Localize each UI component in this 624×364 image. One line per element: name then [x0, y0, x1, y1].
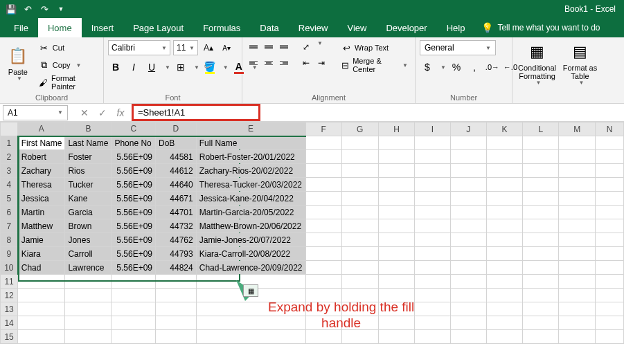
- cell-I14[interactable]: [415, 316, 450, 330]
- tab-file[interactable]: File: [4, 18, 38, 37]
- cell-D7[interactable]: 44732: [156, 219, 197, 233]
- cell-B10[interactable]: Lawrence: [65, 261, 112, 275]
- cell-N7[interactable]: [596, 219, 624, 233]
- cell-C8[interactable]: 5.56E+09: [112, 233, 156, 247]
- cell-G6[interactable]: [341, 206, 378, 219]
- cell-D6[interactable]: 44701: [156, 206, 197, 219]
- col-header-H[interactable]: H: [378, 122, 415, 136]
- row-header-5[interactable]: 5: [1, 192, 18, 206]
- cell-H2[interactable]: [378, 150, 415, 164]
- cell-K3[interactable]: [486, 164, 523, 178]
- cell-K10[interactable]: [486, 261, 523, 275]
- cell-K15[interactable]: [486, 330, 523, 344]
- row-header-3[interactable]: 3: [1, 164, 18, 178]
- cell-J9[interactable]: [450, 247, 486, 261]
- cell-J8[interactable]: [450, 233, 486, 247]
- cell-F11[interactable]: [305, 275, 341, 289]
- align-middle-icon[interactable]: [262, 40, 276, 54]
- number-format-select[interactable]: General▼: [420, 40, 496, 55]
- cell-E4[interactable]: Theresa-Tucker-20/03/2022: [196, 178, 305, 192]
- cell-G8[interactable]: [341, 233, 378, 247]
- bold-button[interactable]: B: [108, 60, 123, 75]
- cell-G2[interactable]: [341, 150, 378, 164]
- cell-G15[interactable]: [341, 330, 378, 344]
- cell-H4[interactable]: [378, 178, 415, 192]
- cancel-icon[interactable]: ✕: [76, 105, 93, 120]
- cell-D8[interactable]: 44762: [156, 233, 197, 247]
- cell-C13[interactable]: [112, 302, 156, 316]
- cell-H5[interactable]: [378, 192, 415, 206]
- cell-L7[interactable]: [523, 219, 559, 233]
- cell-F9[interactable]: [305, 247, 341, 261]
- cell-J14[interactable]: [450, 316, 486, 330]
- cell-I10[interactable]: [415, 261, 450, 275]
- col-header-M[interactable]: M: [559, 122, 596, 136]
- cell-A11[interactable]: [18, 275, 65, 289]
- cell-D1[interactable]: DoB: [156, 136, 197, 150]
- cell-E5[interactable]: Jessica-Kane-20/04/2022: [196, 192, 305, 206]
- cell-L10[interactable]: [523, 261, 559, 275]
- format-as-table-button[interactable]: ▤ Format as Table▼: [562, 40, 598, 90]
- font-name-select[interactable]: Calibri▼: [108, 40, 170, 55]
- cell-I1[interactable]: [415, 136, 450, 150]
- cell-A4[interactable]: Theresa: [18, 178, 65, 192]
- col-header-C[interactable]: C: [112, 122, 156, 136]
- cell-A12[interactable]: [18, 289, 65, 302]
- cell-N12[interactable]: [596, 289, 624, 302]
- cell-J12[interactable]: [450, 289, 486, 302]
- cell-F8[interactable]: [305, 233, 341, 247]
- wrap-text-button[interactable]: ↩Wrap Text: [338, 40, 411, 55]
- copy-button[interactable]: ⧉Copy▼: [36, 57, 99, 73]
- cell-C7[interactable]: 5.56E+09: [112, 219, 156, 233]
- cell-C2[interactable]: 5.56E+09: [112, 150, 156, 164]
- cell-F3[interactable]: [305, 164, 341, 178]
- cell-M13[interactable]: [559, 302, 596, 316]
- cell-I9[interactable]: [415, 247, 450, 261]
- cell-L1[interactable]: [523, 136, 559, 150]
- cell-J3[interactable]: [450, 164, 486, 178]
- chevron-down-icon[interactable]: ▼: [223, 64, 229, 71]
- cell-G10[interactable]: [341, 261, 378, 275]
- cell-H7[interactable]: [378, 219, 415, 233]
- cell-E6[interactable]: Martin-Garcia-20/05/2022: [196, 206, 305, 219]
- cell-N10[interactable]: [596, 261, 624, 275]
- cell-L12[interactable]: [523, 289, 559, 302]
- cell-I5[interactable]: [415, 192, 450, 206]
- tab-review[interactable]: Review: [289, 18, 338, 37]
- col-header-B[interactable]: B: [65, 122, 112, 136]
- cell-D12[interactable]: [156, 289, 197, 302]
- cell-H11[interactable]: [378, 275, 415, 289]
- cell-J6[interactable]: [450, 206, 486, 219]
- cut-button[interactable]: ✂Cut: [36, 40, 99, 55]
- cell-F1[interactable]: [305, 136, 341, 150]
- tab-help[interactable]: Help: [437, 18, 475, 37]
- cell-M15[interactable]: [559, 330, 596, 344]
- cell-E7[interactable]: Matthew-Brown-20/06/2022: [196, 219, 305, 233]
- cell-C5[interactable]: 5.56E+09: [112, 192, 156, 206]
- cell-J11[interactable]: [450, 275, 486, 289]
- cell-L13[interactable]: [523, 302, 559, 316]
- cell-M5[interactable]: [559, 192, 596, 206]
- cell-D14[interactable]: [156, 316, 197, 330]
- cell-B6[interactable]: Garcia: [65, 206, 112, 219]
- cell-J5[interactable]: [450, 192, 486, 206]
- cell-H9[interactable]: [378, 247, 415, 261]
- borders-button[interactable]: ⊞: [173, 60, 188, 75]
- col-header-G[interactable]: G: [341, 122, 378, 136]
- cell-A14[interactable]: [18, 316, 65, 330]
- cell-E3[interactable]: Zachary-Rios-20/02/2022: [196, 164, 305, 178]
- cell-E9[interactable]: Kiara-Carroll-20/08/2022: [196, 247, 305, 261]
- cell-M12[interactable]: [559, 289, 596, 302]
- cell-K5[interactable]: [486, 192, 523, 206]
- cell-I12[interactable]: [415, 289, 450, 302]
- redo-icon[interactable]: ↷: [39, 3, 50, 15]
- cell-L15[interactable]: [523, 330, 559, 344]
- align-bottom-icon[interactable]: [277, 40, 291, 54]
- name-box[interactable]: A1▼: [3, 105, 68, 120]
- cell-A10[interactable]: Chad: [18, 261, 65, 275]
- chevron-down-icon[interactable]: ▼: [317, 40, 323, 54]
- cell-N3[interactable]: [596, 164, 624, 178]
- cell-M9[interactable]: [559, 247, 596, 261]
- cell-C4[interactable]: 5.56E+09: [112, 178, 156, 192]
- cell-D15[interactable]: [156, 330, 197, 344]
